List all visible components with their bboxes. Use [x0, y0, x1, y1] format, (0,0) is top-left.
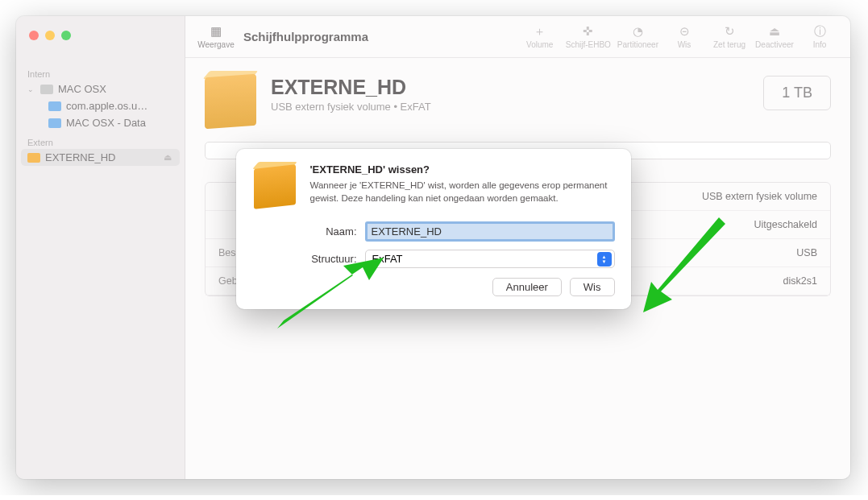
- select-arrows-icon: ▲▼: [597, 252, 612, 267]
- erase-sheet: 'EXTERNE_HD' wissen? Wanneer je 'EXTERNE…: [236, 149, 631, 309]
- sheet-title: 'EXTERNE_HD' wissen?: [310, 163, 615, 176]
- name-label: Naam:: [252, 225, 357, 238]
- format-label: Structuur:: [252, 253, 357, 265]
- erase-button[interactable]: Wis: [570, 278, 615, 296]
- name-input[interactable]: [365, 221, 615, 242]
- format-select[interactable]: ExFAT ▲▼: [365, 250, 615, 268]
- external-disk-icon: [252, 163, 297, 209]
- cancel-button[interactable]: Annuleer: [492, 278, 562, 296]
- format-select-value: ExFAT: [372, 253, 403, 265]
- disk-utility-window: ▦ Weergave Schijfhulpprogramma ＋ Volume …: [16, 16, 850, 479]
- sheet-message: Wanneer je 'EXTERNE_HD' wist, worden all…: [310, 179, 615, 205]
